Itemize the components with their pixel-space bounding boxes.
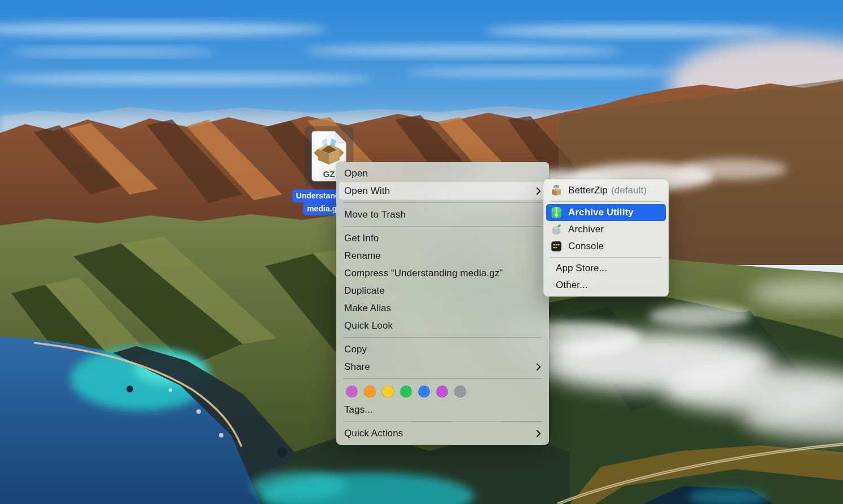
- menu-item-label: Rename: [344, 250, 381, 262]
- menu-separator: [550, 201, 662, 202]
- menu-item-quick-look[interactable]: Quick Look: [336, 317, 549, 334]
- chevron-right-icon: [536, 430, 541, 437]
- menu-item-label: Open: [344, 168, 368, 179]
- tag-color-dot[interactable]: [418, 386, 430, 397]
- file-extension-text: GZ: [323, 169, 335, 179]
- menu-separator: [343, 226, 542, 227]
- menu-item-label: Share: [344, 361, 370, 373]
- context-menu: Open Open With Move to Trash Get Info Re…: [336, 162, 549, 445]
- menu-item-label: Get Info: [344, 233, 379, 244]
- submenu-item-label: Other...: [556, 280, 588, 291]
- tag-color-dot[interactable]: [436, 386, 448, 397]
- submenu-item-label: Archiver: [568, 224, 604, 235]
- submenu-item-label: Console: [568, 241, 604, 252]
- submenu-item-console[interactable]: Console: [543, 238, 669, 255]
- tag-dots: [336, 382, 549, 401]
- submenu-item-label: Archive Utility: [568, 207, 634, 218]
- menu-item-get-info[interactable]: Get Info: [336, 229, 549, 247]
- menu-item-label: Copy: [344, 344, 367, 355]
- menu-item-tags[interactable]: Tags...: [336, 401, 549, 418]
- menu-item-move-to-trash[interactable]: Move to Trash: [336, 206, 549, 223]
- menu-separator: [343, 337, 542, 338]
- tag-color-dot[interactable]: [382, 386, 394, 397]
- submenu-item-label: App Store...: [556, 263, 607, 274]
- default-app-suffix: (default): [611, 185, 647, 196]
- submenu-item-betterzip[interactable]: BetterZip (default): [543, 182, 669, 199]
- menu-item-open-with[interactable]: Open With: [339, 182, 546, 200]
- menu-item-quick-actions[interactable]: Quick Actions: [336, 425, 549, 442]
- archiver-app-icon: [550, 223, 563, 236]
- menu-item-label: Duplicate: [344, 285, 385, 297]
- menu-separator: [343, 202, 542, 203]
- menu-item-label: Move to Trash: [344, 209, 406, 220]
- tag-color-dot[interactable]: [364, 386, 376, 397]
- submenu-item-label: BetterZip: [568, 185, 608, 196]
- submenu-item-archiver[interactable]: Archiver: [543, 221, 669, 238]
- open-with-submenu: BetterZip (default) Archive Utility Arc: [543, 179, 669, 297]
- menu-item-label: Quick Look: [344, 320, 393, 331]
- tag-color-dot[interactable]: [454, 386, 466, 397]
- menu-item-label: Make Alias: [344, 303, 391, 314]
- submenu-item-other[interactable]: Other...: [543, 277, 669, 294]
- menu-item-label: Compress “Understanding media.gz”: [344, 268, 503, 279]
- menu-item-open[interactable]: Open: [336, 165, 549, 182]
- chevron-right-icon: [536, 363, 541, 371]
- menu-item-label: Quick Actions: [344, 428, 403, 439]
- chevron-right-icon: [536, 187, 541, 195]
- menu-item-share[interactable]: Share: [336, 358, 549, 375]
- betterzip-app-icon: [550, 184, 563, 197]
- menu-item-label: Open With: [344, 185, 390, 197]
- menu-separator: [343, 378, 542, 379]
- submenu-item-app-store[interactable]: App Store...: [543, 260, 669, 277]
- menu-item-duplicate[interactable]: Duplicate: [336, 282, 549, 299]
- menu-item-rename[interactable]: Rename: [336, 247, 549, 264]
- menu-separator: [550, 257, 662, 258]
- tag-color-dot[interactable]: [346, 386, 358, 397]
- desktop: GZ Understanding media.gz Open Open With…: [0, 0, 843, 504]
- submenu-item-archive-utility[interactable]: Archive Utility: [546, 204, 666, 221]
- console-app-icon: [550, 240, 563, 253]
- menu-item-copy[interactable]: Copy: [336, 341, 549, 358]
- menu-item-make-alias[interactable]: Make Alias: [336, 299, 549, 317]
- tag-color-dot[interactable]: [400, 386, 412, 397]
- menu-item-label: Tags...: [344, 404, 373, 415]
- menu-separator: [343, 421, 542, 422]
- archive-utility-app-icon: [550, 206, 563, 219]
- menu-item-compress[interactable]: Compress “Understanding media.gz”: [336, 264, 549, 282]
